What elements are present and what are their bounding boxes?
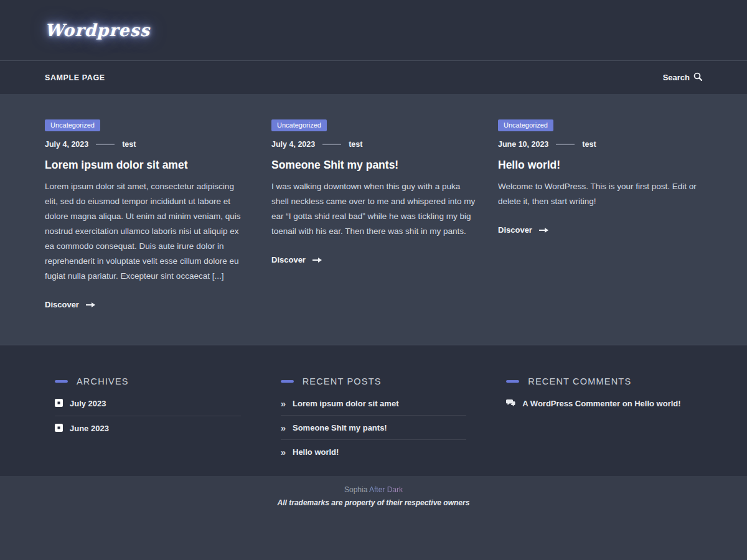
discover-link[interactable]: Discover xyxy=(498,225,702,235)
post-date: July 4, 2023 xyxy=(271,140,315,149)
post-date: July 4, 2023 xyxy=(45,140,88,149)
post-card: Uncategorized July 4, 2023 test Lorem ip… xyxy=(45,119,249,309)
nav-item-sample-page[interactable]: SAMPLE PAGE xyxy=(45,73,105,82)
recent-post-label: Someone Shit my pants! xyxy=(293,423,387,432)
comment-author-link[interactable]: A WordPress Commenter xyxy=(522,399,620,408)
recent-comments-list: A WordPress Commenter on Hello world! xyxy=(506,391,692,416)
post-author[interactable]: test xyxy=(582,140,596,149)
search-toggle[interactable]: Search xyxy=(663,72,702,83)
post-title[interactable]: Lorem ipsum dolor sit amet xyxy=(45,159,249,172)
post-excerpt: I was walking downtown when this guy wit… xyxy=(271,179,476,239)
post-author[interactable]: test xyxy=(122,140,136,149)
double-chevron-icon: » xyxy=(281,399,286,408)
widget-title: RECENT COMMENTS xyxy=(528,376,631,386)
widget-title: RECENT POSTS xyxy=(303,376,382,386)
widget-title: ARCHIVES xyxy=(77,376,129,386)
comment-post-link[interactable]: Hello world! xyxy=(634,399,680,408)
widget-title-row: RECENT POSTS xyxy=(281,376,467,386)
arrow-right-icon xyxy=(538,227,549,233)
category-badge[interactable]: Uncategorized xyxy=(45,119,100,131)
site-header: Wordpress xyxy=(0,0,747,60)
footer-bottom: Sophia After Dark All trademarks are pro… xyxy=(0,476,747,560)
meta-separator xyxy=(322,144,341,145)
comment-text: A WordPress Commenter on Hello world! xyxy=(522,399,680,408)
recent-post-label: Hello world! xyxy=(293,447,339,457)
disclaimer-text: All trademarks are property of their res… xyxy=(0,498,747,507)
search-icon xyxy=(693,72,702,83)
main-nav: SAMPLE PAGE Search xyxy=(0,60,747,94)
comment-connector: on xyxy=(620,399,634,408)
archive-label: June 2023 xyxy=(70,424,109,433)
discover-label: Discover xyxy=(498,225,532,235)
recent-post-item[interactable]: » Lorem ipsum dolor sit amet xyxy=(281,391,467,416)
recent-post-item[interactable]: » Someone Shit my pants! xyxy=(281,416,467,440)
archive-item[interactable]: July 2023 xyxy=(55,391,241,416)
recent-comment-item: A WordPress Commenter on Hello world! xyxy=(506,391,692,416)
discover-link[interactable]: Discover xyxy=(45,300,249,309)
meta-separator xyxy=(556,144,575,145)
comments-icon xyxy=(506,399,515,409)
widget-recent-posts: RECENT POSTS » Lorem ipsum dolor sit ame… xyxy=(281,376,467,464)
post-card: Uncategorized June 10, 2023 test Hello w… xyxy=(498,119,702,309)
discover-label: Discover xyxy=(271,255,306,264)
accent-dash-icon xyxy=(55,380,68,383)
arrow-right-icon xyxy=(85,302,96,308)
footer-widgets: ARCHIVES July 2023 xyxy=(0,345,747,476)
search-label: Search xyxy=(663,73,690,82)
archives-list: July 2023 June 2023 xyxy=(55,391,241,441)
double-chevron-icon: » xyxy=(281,423,286,432)
post-meta: July 4, 2023 test xyxy=(271,140,476,149)
credit-theme-link[interactable]: After Dark xyxy=(369,485,403,494)
post-title[interactable]: Hello world! xyxy=(498,159,702,172)
credit-line: Sophia After Dark xyxy=(0,485,747,494)
accent-dash-icon xyxy=(281,380,294,383)
category-badge[interactable]: Uncategorized xyxy=(498,119,553,131)
double-chevron-icon: » xyxy=(281,447,286,457)
recent-posts-list: » Lorem ipsum dolor sit amet » Someone S… xyxy=(281,391,467,464)
calendar-icon xyxy=(55,424,63,434)
widget-recent-comments: RECENT COMMENTS A WordPress Commenter on… xyxy=(506,376,692,464)
widget-archives: ARCHIVES July 2023 xyxy=(55,376,241,464)
post-meta: July 4, 2023 test xyxy=(45,140,249,149)
post-meta: June 10, 2023 test xyxy=(498,140,702,149)
post-date: June 10, 2023 xyxy=(498,140,548,149)
widget-title-row: ARCHIVES xyxy=(55,376,241,386)
category-badge[interactable]: Uncategorized xyxy=(271,119,327,131)
post-title[interactable]: Someone Shit my pants! xyxy=(271,159,476,172)
archive-item[interactable]: June 2023 xyxy=(55,416,241,441)
meta-separator xyxy=(96,144,115,145)
discover-link[interactable]: Discover xyxy=(271,255,476,264)
archive-label: July 2023 xyxy=(70,399,106,408)
posts-area: Uncategorized July 4, 2023 test Lorem ip… xyxy=(0,94,747,345)
credit-name: Sophia xyxy=(344,485,369,494)
recent-post-item[interactable]: » Hello world! xyxy=(281,440,467,464)
discover-label: Discover xyxy=(45,300,79,309)
posts-grid: Uncategorized July 4, 2023 test Lorem ip… xyxy=(45,119,702,309)
post-excerpt: Welcome to WordPress. This is your first… xyxy=(498,179,702,209)
arrow-right-icon xyxy=(312,257,322,263)
widgets-grid: ARCHIVES July 2023 xyxy=(55,376,692,464)
calendar-icon xyxy=(55,399,63,409)
post-card: Uncategorized July 4, 2023 test Someone … xyxy=(271,119,476,309)
recent-post-label: Lorem ipsum dolor sit amet xyxy=(293,399,398,408)
widget-title-row: RECENT COMMENTS xyxy=(506,376,692,386)
post-excerpt: Lorem ipsum dolor sit amet, consectetur … xyxy=(45,179,249,284)
site-logo[interactable]: Wordpress xyxy=(45,21,150,40)
post-author[interactable]: test xyxy=(349,140,362,149)
accent-dash-icon xyxy=(506,380,519,383)
